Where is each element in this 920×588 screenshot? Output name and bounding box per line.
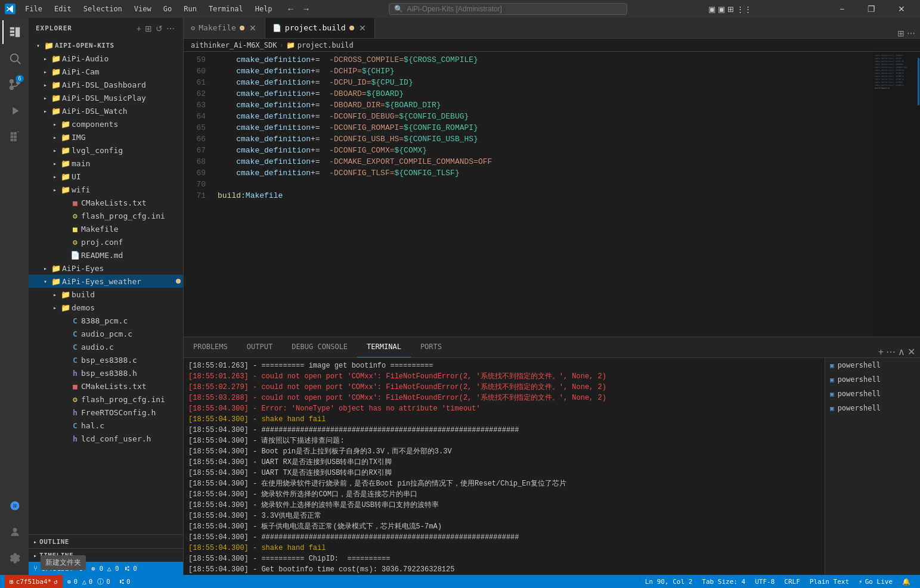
project-build-tab-close[interactable]: ✕ xyxy=(358,23,367,33)
panel-add-terminal[interactable]: + xyxy=(878,347,884,357)
tree-item-readme[interactable]: ▸ 📄 README.md xyxy=(29,248,183,262)
panel-tab-output[interactable]: OUTPUT xyxy=(237,337,282,357)
restore-button[interactable]: ❐ xyxy=(858,0,885,18)
tree-item-audio-pcm[interactable]: ▸ C audio_pcm.c xyxy=(29,327,183,340)
more-tabs-button[interactable]: ⋯ xyxy=(907,29,915,38)
tree-item-aipi-eyes[interactable]: ▸ 📁 AiPi-Eyes xyxy=(29,262,183,275)
layout-btn-2[interactable]: ▣ xyxy=(718,5,725,14)
tree-item-audio-c[interactable]: ▸ C audio.c xyxy=(29,340,183,353)
search-input[interactable] xyxy=(407,5,622,13)
tree-item-main[interactable]: ▸ 📁 main xyxy=(29,157,183,170)
tree-item-bsp-es8388-c[interactable]: ▸ C bsp_es8388.c xyxy=(29,353,183,366)
tree-item-hal-c[interactable]: ▸ C hal.c xyxy=(29,419,183,432)
status-tab-size[interactable]: Tab Size: 4 xyxy=(697,575,750,588)
status-ports[interactable]: ⑆ 0 xyxy=(115,575,135,588)
source-control-icon[interactable]: 6 xyxy=(2,73,26,97)
remote-icon[interactable] xyxy=(2,494,26,518)
tree-item-aipi-eyes-weather[interactable]: ▾ 📁 AiPi-Eyes_weather xyxy=(29,275,183,288)
account-icon[interactable] xyxy=(2,520,26,544)
panel-close[interactable]: ✕ xyxy=(907,346,915,357)
menu-file[interactable]: File xyxy=(20,4,47,14)
tree-item-aipi-cam[interactable]: ▸ 📁 AiPi-Cam xyxy=(29,65,183,78)
menu-terminal[interactable]: Terminal xyxy=(204,4,248,14)
panel-more[interactable]: ⋯ xyxy=(886,346,896,357)
minimize-button[interactable]: − xyxy=(828,0,856,18)
ports-count: 0 xyxy=(126,578,131,586)
tree-item-aipi-dsl-musicplay[interactable]: ▸ 📁 AiPi-DSL_MusicPlay xyxy=(29,91,183,104)
terminal-instance-2[interactable]: ▣ powershell xyxy=(825,372,920,387)
new-folder-button[interactable]: ⊞ xyxy=(144,23,153,35)
tree-item-flash-ini2[interactable]: ▸ ⚙ flash_prog_cfg.ini xyxy=(29,393,183,406)
menu-view[interactable]: View xyxy=(129,4,156,14)
tree-item-flash-ini[interactable]: ▸ ⚙ flash_prog_cfg.ini xyxy=(29,209,183,222)
nav-back-button[interactable]: ← xyxy=(284,3,298,15)
close-button[interactable]: ✕ xyxy=(888,0,915,18)
menu-go[interactable]: Go xyxy=(159,4,176,14)
tree-item-wifi[interactable]: ▸ 📁 wifi xyxy=(29,183,183,196)
terminal-instance-4[interactable]: ▣ powershell xyxy=(825,401,920,415)
status-notifications[interactable]: 🔔 xyxy=(897,575,915,588)
tree-item-makefile[interactable]: ▸ ■ Makefile xyxy=(29,222,183,235)
tree-item-lcd-conf[interactable]: ▸ h lcd_conf_user.h xyxy=(29,432,183,445)
menu-help[interactable]: Help xyxy=(250,4,277,14)
extensions-icon[interactable] xyxy=(2,125,26,149)
tree-item-build[interactable]: ▸ 📁 build xyxy=(29,288,183,301)
tree-item-aipi-audio[interactable]: ▸ 📁 AiPi-Audio xyxy=(29,52,183,65)
panel-tab-terminal[interactable]: TERMINAL xyxy=(357,337,411,357)
menu-selection[interactable]: Selection xyxy=(79,4,127,14)
new-file-button[interactable]: + xyxy=(135,23,143,35)
collapse-all-button[interactable]: ⋯ xyxy=(165,23,176,35)
tree-item-freertos[interactable]: ▸ h FreeRTOSConfig.h xyxy=(29,406,183,419)
tree-item-cmakelists2[interactable]: ▸ ■ CMakeLists.txt xyxy=(29,379,183,393)
tree-item-aipi-dsl-watch[interactable]: ▸ 📁 AiPi-DSL_Watch xyxy=(29,104,183,117)
search-bar[interactable]: 🔍 xyxy=(389,3,627,15)
outline-header[interactable]: ▸ OUTLINE xyxy=(29,535,183,548)
tree-item-components[interactable]: ▸ 📁 components xyxy=(29,117,183,130)
tab-project-build[interactable]: 📄 project.build ✕ xyxy=(265,18,375,38)
tree-item-8388-pcm[interactable]: ▸ C 8388_pcm.c xyxy=(29,314,183,327)
menu-run[interactable]: Run xyxy=(179,4,202,14)
tab-makefile[interactable]: ⚙ Makefile ✕ xyxy=(184,18,265,38)
tree-item-aipi-dsl-dashboard[interactable]: ▸ 📁 AiPi-DSL_Dashboard xyxy=(29,78,183,91)
arrow: ▸ xyxy=(50,134,60,141)
terminal-instance-1[interactable]: ▣ powershell xyxy=(825,358,920,372)
run-debug-icon[interactable] xyxy=(2,99,26,123)
status-line-ending[interactable]: CRLF xyxy=(779,575,805,588)
search-activity-icon[interactable] xyxy=(2,46,26,70)
menu-edit[interactable]: Edit xyxy=(49,4,76,14)
refresh-button[interactable]: ↺ xyxy=(154,23,164,35)
tree-item-proj-conf[interactable]: ▸ ⚙ proj.conf xyxy=(29,235,183,248)
panel-tab-debug-console[interactable]: DEBUG CONSOLE xyxy=(282,337,357,357)
tree-item-ui[interactable]: ▸ 📁 UI xyxy=(29,170,183,183)
status-encoding[interactable]: UTF-8 xyxy=(750,575,779,588)
tree-item-cmakelists[interactable]: ▸ ■ CMakeLists.txt xyxy=(29,196,183,209)
panel-tab-ports[interactable]: PORTS xyxy=(411,337,451,357)
layout-btn-4[interactable]: ⋮⋮ xyxy=(736,5,752,14)
nav-forward-button[interactable]: → xyxy=(300,3,313,15)
layout-btn-1[interactable]: ▣ xyxy=(708,5,715,14)
tree-root[interactable]: ▾ 📁 AIPI-OPEN-KITS xyxy=(29,39,183,52)
tree-item-img[interactable]: ▸ 📁 IMG xyxy=(29,130,183,144)
code-line-61: cmake_definition+= -DCPU_ID=${CPU_ID} xyxy=(218,77,872,88)
panel-maximize[interactable]: ∧ xyxy=(898,346,905,357)
split-editor-button[interactable]: ⊞ xyxy=(897,29,904,38)
status-errors[interactable]: ⊗ 0 △ 0 ⓘ 0 xyxy=(63,575,115,588)
status-go-live[interactable]: ⚡ Go Live xyxy=(854,575,897,588)
settings-icon[interactable] xyxy=(2,546,26,570)
tree-item-bsp-es8388-h[interactable]: ▸ h bsp_es8388.h xyxy=(29,366,183,379)
explorer-icon[interactable] xyxy=(2,20,26,44)
timeline-header[interactable]: ▸ TIMELINE xyxy=(29,549,183,562)
breadcrumb-sdk[interactable]: aithinker_Ai-M6X_SDK xyxy=(191,41,277,49)
make-icon: ■ xyxy=(69,225,81,234)
panel-tab-problems[interactable]: PROBLEMS xyxy=(184,337,237,357)
status-language[interactable]: Plain Text xyxy=(805,575,854,588)
terminal-instance-3[interactable]: ▣ powershell xyxy=(825,387,920,401)
code-content[interactable]: cmake_definition+= -DCROSS_COMPILE=${CRO… xyxy=(210,52,872,337)
status-branch[interactable]: ⊞ c7f51ba4* ↺ xyxy=(5,575,63,588)
terminal-content[interactable]: [18:55:01.263] - ========== image get bo… xyxy=(184,358,825,575)
layout-btn-3[interactable]: ⊞ xyxy=(727,5,734,14)
status-line-col[interactable]: Ln 90, Col 2 xyxy=(640,575,697,588)
tree-item-lvgl-config[interactable]: ▸ 📁 lvgl_config xyxy=(29,144,183,157)
tree-item-demos[interactable]: ▸ 📁 demos xyxy=(29,301,183,314)
makefile-tab-close[interactable]: ✕ xyxy=(248,23,258,33)
